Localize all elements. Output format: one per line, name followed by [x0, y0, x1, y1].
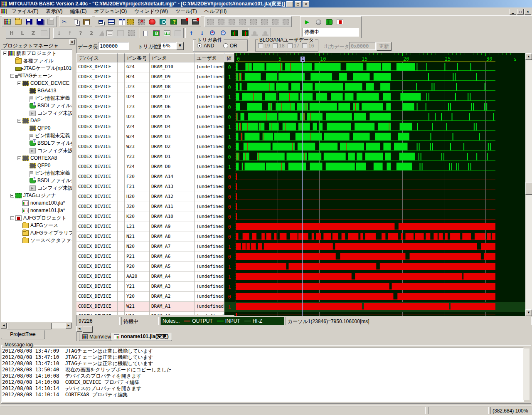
tree-item-コンフィグ未設定[interactable]: コンフィグ未設定 [1, 147, 72, 154]
blogana-checkbox-18[interactable]: 18 [273, 43, 284, 49]
blogana-checkbox-16[interactable]: 16 [302, 43, 314, 49]
tree-item-CODEX_DEVICE[interactable]: CODEX_DEVICE [1, 79, 72, 87]
tree-item-noname101.jla*[interactable]: noname101.jla* [1, 207, 72, 214]
menu-編集(E)[interactable]: 編集(E) [66, 7, 90, 16]
read-device-icon[interactable]: ↑ [64, 28, 75, 38]
waveform-vertical-scrollbar[interactable]: ▲ ▼ [525, 53, 532, 316]
tree-expander-icon[interactable] [10, 74, 14, 78]
minimize-button[interactable]: _ [286, 1, 293, 7]
table-row-DRAM_A1[interactable]: CODEX_DEVICEW21DRAM_A1(undefined) [76, 302, 224, 312]
paste-icon[interactable] [81, 17, 92, 27]
tree-item-BSDLファイル参[interactable]: BSDLファイル参 [1, 139, 72, 147]
project-tree-tab[interactable]: ProjectTree [1, 330, 45, 339]
tree-item-BGA413[interactable]: BGA413 [1, 87, 72, 94]
trigger-pos-select[interactable]: 6% ▼ [161, 42, 184, 49]
tree-expander-icon[interactable] [17, 82, 21, 85]
menu-ヘルプ(H)[interactable]: ヘルプ(H) [201, 7, 231, 16]
waveform-view-icon[interactable] [229, 28, 240, 38]
mdi-restore-button[interactable]: □ [517, 9, 524, 15]
column-header-ピン番号[interactable]: ピン番号 [125, 53, 150, 62]
pin-blank-icon[interactable] [39, 28, 49, 38]
table-row-DRAM_D10[interactable]: CODEX_DEVICEG24DRAM_D10(undefined) [76, 62, 224, 72]
device-tool-8-icon[interactable] [281, 17, 291, 27]
tree-expander-icon[interactable] [17, 119, 21, 123]
tree-expander-icon[interactable] [3, 52, 7, 55]
blank-tool-icon[interactable] [115, 28, 126, 38]
scroll-left-icon[interactable]: ◄ [1, 323, 7, 329]
jtag-probe-icon[interactable] [125, 17, 136, 27]
table-row-DRAM_A5[interactable]: CODEX_DEVICEP20DRAM_A5(undefined) [76, 262, 224, 272]
new-project-icon[interactable] [2, 17, 13, 27]
column-header-デバイス[interactable]: デバイス [76, 53, 118, 62]
menu-表示(V)[interactable]: 表示(V) [42, 7, 66, 16]
step2-icon[interactable]: 2 [86, 28, 97, 38]
logana-abort-icon[interactable] [335, 17, 345, 27]
run-capture-icon[interactable] [302, 17, 313, 27]
tree-item-AJFGライブラリファイル[interactable]: AJFGライブラリファイル [1, 229, 72, 237]
set-low-icon[interactable]: L [17, 28, 28, 38]
open-file-icon[interactable] [13, 17, 24, 27]
column-header-blank[interactable] [118, 53, 125, 62]
table-row-DRAM_A13[interactable]: CODEX_DEVICEF21DRAM_A13(undefined) [76, 182, 224, 192]
tree-item-JTAGチェーン[interactable]: JTAGチェーン [1, 72, 72, 79]
menu-ツール(T)[interactable]: ツール(T) [172, 7, 201, 16]
column-header-ピン名[interactable]: ピン名 [150, 53, 195, 62]
tree-expander-icon[interactable] [10, 194, 14, 198]
register-list-icon[interactable] [104, 28, 115, 38]
table-row-DRAM_A4[interactable]: CODEX_DEVICEAA20DRAM_A4(undefined) [76, 272, 224, 282]
device-tool-6-icon[interactable] [259, 17, 270, 27]
scroll-thumb[interactable] [7, 323, 52, 329]
query-device-icon[interactable]: ? [75, 28, 86, 38]
tree-expander-icon[interactable] [10, 216, 14, 220]
set-high-icon[interactable]: H [6, 28, 17, 38]
table-row-DRAM_A10[interactable]: CODEX_DEVICEK20DRAM_A10(undefined) [76, 212, 224, 222]
panel-close-icon[interactable]: × [69, 40, 75, 44]
table-row-DRAM_A9[interactable]: CODEX_DEVICEL21DRAM_A9(undefined) [76, 222, 224, 232]
device-tool-7-icon[interactable] [270, 17, 281, 27]
table-row-DRAM_D8[interactable]: CODEX_DEVICEJ23DRAM_D8(undefined) [76, 82, 224, 92]
scroll-thumb[interactable] [83, 326, 93, 333]
table-row-DRAM_D3[interactable]: CODEX_DEVICEW24DRAM_D3(undefined) [76, 132, 224, 142]
scroll-up-arrow-icon[interactable]: ▲ [525, 53, 532, 60]
table-row-DRAM_D0[interactable]: CODEX_DEVICEY24DRAM_D0(undefined) [76, 162, 224, 172]
table-row-DRAM_A14[interactable]: CODEX_DEVICEF20DRAM_A14(undefined) [76, 172, 224, 182]
table-row-DRAM_D2[interactable]: CODEX_DEVICEW23DRAM_D2(undefined) [76, 142, 224, 152]
save-icon[interactable] [24, 17, 34, 27]
table-row-DRAM_A12[interactable]: CODEX_DEVICEH20DRAM_A12(undefined) [76, 192, 224, 202]
and-radio-icon[interactable] [197, 43, 202, 48]
menu-ファイル(F)[interactable]: ファイル(F) [8, 7, 42, 16]
pcb-check-icon[interactable] [168, 17, 179, 27]
restore-button[interactable]: □ [295, 1, 301, 7]
waveform-horizontal-scrollbar[interactable]: ◄ [76, 326, 525, 332]
table-row-DRAM_D6[interactable]: CODEX_DEVICET23DRAM_D6(undefined) [76, 102, 224, 112]
scroll-down-arrow-icon[interactable]: ▼ [525, 309, 532, 316]
or-radio[interactable]: OR [223, 43, 237, 49]
set-hiz-icon[interactable]: Z [28, 28, 39, 38]
view-tab-MainView[interactable]: MainView [79, 333, 114, 341]
notes-label[interactable]: Notes... [163, 318, 180, 324]
menu-オプション(O)[interactable]: オプション(O) [90, 7, 131, 16]
combo-dropdown-icon[interactable]: ▼ [176, 42, 184, 50]
tree-item-AJFGプロジェクト[interactable]: AJFGプロジェクト [1, 214, 72, 222]
tree-item-CORTEXA8[interactable]: CORTEXA8 [1, 154, 72, 162]
column-header-ユーザ名[interactable]: ユーザ名 [195, 53, 224, 62]
tree-item-BSDLファイル参[interactable]: BSDLファイル参 [1, 177, 72, 184]
table-row-DRAM_A7[interactable]: CODEX_DEVICEN20DRAM_A7(undefined) [76, 242, 224, 252]
tree-item-ソースベクタファイル[interactable]: ソースベクタファイル [1, 237, 72, 244]
table-row-DRAM_A11[interactable]: CODEX_DEVICEJ20DRAM_A11(undefined) [76, 202, 224, 212]
table-row-DRAM_D4[interactable]: CODEX_DEVICEV24DRAM_D4(undefined) [76, 122, 224, 132]
copy-icon[interactable] [70, 17, 81, 27]
message-log-list[interactable]: 2012/08/08 13:47:09 JTAGチェーンは正常に機能しています2… [2, 348, 524, 402]
device-tool-1-icon[interactable] [205, 17, 216, 27]
device-tool-5-icon[interactable] [248, 17, 259, 27]
output-data-input[interactable] [349, 42, 376, 50]
tree-item-ピン情報未定義[interactable]: ピン情報未定義 [1, 132, 72, 139]
device-tool-3-icon[interactable] [227, 17, 237, 27]
tree-item-noname100.jla*[interactable]: noname100.jla* [1, 199, 72, 207]
table-row-DRAM_A8[interactable]: CODEX_DEVICEN21DRAM_A8(undefined) [76, 232, 224, 242]
tree-item-JTAGケーブル(np1010)[interactable]: JTAGケーブル(np1010) [1, 64, 72, 72]
save-all-icon[interactable] [34, 17, 45, 27]
tree-item-新規プロジェクト[interactable]: 新規プロジェクト [1, 49, 72, 57]
blank2-icon[interactable] [172, 28, 183, 38]
tree-item-BSDLファイル参[interactable]: BSDLファイル参 [1, 102, 72, 109]
